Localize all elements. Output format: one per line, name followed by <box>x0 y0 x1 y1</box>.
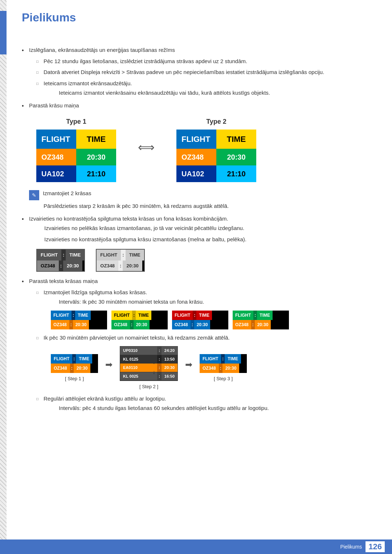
type2-label: Type 2 <box>206 117 226 127</box>
step1-label: [ Step 1 ] <box>65 375 84 382</box>
flight-board-type2: FLIGHT TIME OZ348 20:30 UA102 21:10 <box>176 130 256 182</box>
bullet1-text: Izslēgšana, ekrānsaudzētājs un enerģijas… <box>29 47 175 53</box>
blue-accent-block <box>0 11 7 54</box>
color-board-4: FLIGHT : TIME OZ348 : 20:30 <box>233 311 289 329</box>
step2-block: UP0310 : 24:20 KL 0125 : 13:50 <box>120 346 178 390</box>
sub4-3-indent: Intervāls: pēc 4 stundu ilgas lietošanas… <box>59 404 377 413</box>
sub-item-4-1: Izmantojiet līdzīga spilgtuma košas krās… <box>36 288 377 329</box>
step-arrow-2: ➡ <box>185 358 192 371</box>
list-item-2: Parastā krāsu maiņa Type 1 FLIGHT TIME O… <box>22 102 377 210</box>
list-item-4: Parastā teksta krāsas maiņa Izmantojiet … <box>22 277 377 413</box>
step3-block: FLIGHT : TIME OZ348 : 20:30 <box>200 354 247 382</box>
bullet3-2-text: Izvairieties no pelēkās krāsas izmantoša… <box>44 224 377 233</box>
type2-flight-header: FLIGHT <box>176 130 216 149</box>
flight-board-type1: FLIGHT TIME OZ348 20:30 UA102 21:10 <box>36 130 116 182</box>
bullet3-3-text: Izvairieties no kontrastējoša spilgtuma … <box>44 235 377 244</box>
sub1-3-indent: Ieteicams izmantot vienkrāsainu ekrānsau… <box>59 89 377 97</box>
color-boards-row: FLIGHT : TIME OZ348 : 20:30 <box>51 311 377 329</box>
bullet4-text: Parastā teksta krāsas maiņa <box>29 278 98 284</box>
type1-block: Type 1 FLIGHT TIME OZ348 20:30 UA102 21: <box>36 117 116 182</box>
note-sub-text: Pārslēdzieties starp 2 krāsām ik pēc 30 … <box>44 202 377 210</box>
step1-board: FLIGHT : TIME OZ348 : 20:30 <box>51 354 98 373</box>
list-item-3: Izvairieties no kontrastējoša spilgtuma … <box>22 215 377 272</box>
page-footer: Pielikums 126 <box>0 539 392 554</box>
steps-row: FLIGHT : TIME OZ348 : 20:30 <box>51 346 377 390</box>
type1-time-header: TIME <box>76 130 116 149</box>
sub-item-1-3: Ieteicams izmantot ekrānsaudzētāju. Iete… <box>36 79 377 97</box>
bullet2-text: Parastā krāsu maiņa <box>29 102 79 108</box>
type2-block: Type 2 FLIGHT TIME OZ348 20:30 UA102 21: <box>176 117 256 182</box>
sub-item-4-3: Regulāri attēlojiet ekrānā kustīgu attēl… <box>36 395 377 413</box>
small-board-light: FLIGHT : TIME OZ348 : 20:30 <box>96 249 144 272</box>
step2-label: [ Step 2 ] <box>139 383 158 390</box>
footer-number: 126 <box>366 541 385 552</box>
step3-label: [ Step 3 ] <box>214 375 233 382</box>
list-item-1: Izslēgšana, ekrānsaudzētājs un enerģijas… <box>22 46 377 97</box>
type2-time2: 21:10 <box>216 165 256 182</box>
color-board-3: FLIGHT : TIME OZ348 : 20:30 <box>172 311 228 329</box>
type1-flight-header: FLIGHT <box>36 130 76 149</box>
sub-item-1-2: Datorā atveriet Displeja rekvizīti > Str… <box>36 68 377 77</box>
sub-item-1-1: Pēc 12 stundu ilgas lietošanas, izslēdzi… <box>36 57 377 66</box>
color-board-2: FLIGHT : TIME OZ348 : 20:30 <box>111 311 168 329</box>
step3-board: FLIGHT : TIME OZ348 : 20:30 <box>200 354 247 373</box>
left-accent-bar <box>0 0 7 554</box>
type2-oz348: OZ348 <box>176 149 216 165</box>
type1-oz348: OZ348 <box>36 149 76 165</box>
color-board-1: FLIGHT : TIME OZ348 : 20:30 <box>51 311 107 329</box>
double-arrow: ⟺ <box>138 139 155 156</box>
step1-block: FLIGHT : TIME OZ348 : 20:30 <box>51 354 98 382</box>
step2-down-arrows: ↓ ↓ <box>152 358 155 377</box>
small-boards-contrast: FLIGHT : TIME OZ348 : 20:30 FLIGHT : <box>36 249 377 272</box>
type1-time2: 21:10 <box>76 165 116 182</box>
type1-label: Type 1 <box>66 117 86 127</box>
note-icon <box>29 190 39 200</box>
step-arrow-1: ➡ <box>105 358 113 371</box>
page-title: Pielikums <box>22 11 377 24</box>
note-text: Izmantojiet 2 krāsas <box>43 189 91 198</box>
footer-label: Pielikums <box>340 544 362 550</box>
step2-board: UP0310 : 24:20 KL 0125 : 13:50 <box>120 346 178 381</box>
type2-time1: 20:30 <box>216 149 256 165</box>
type1-ua102: UA102 <box>36 165 76 182</box>
sub4-1-indent: Intervāls: Ik pēc 30 minūtēm nomainiet t… <box>59 298 377 306</box>
type-comparison-section: Type 1 FLIGHT TIME OZ348 20:30 UA102 21: <box>36 117 377 182</box>
bullet3-1-text: Izvairieties no kontrastējoša spilgtuma … <box>29 216 228 222</box>
small-board-dark: FLIGHT : TIME OZ348 : 20:30 <box>36 249 85 272</box>
note-box: Izmantojiet 2 krāsas <box>29 189 377 200</box>
type1-time1: 20:30 <box>76 149 116 165</box>
sub-item-4-2: Ik pēc 30 minūtēm pārvietojiet un nomain… <box>36 334 377 390</box>
type2-ua102: UA102 <box>176 165 216 182</box>
type2-time-header: TIME <box>216 130 256 149</box>
